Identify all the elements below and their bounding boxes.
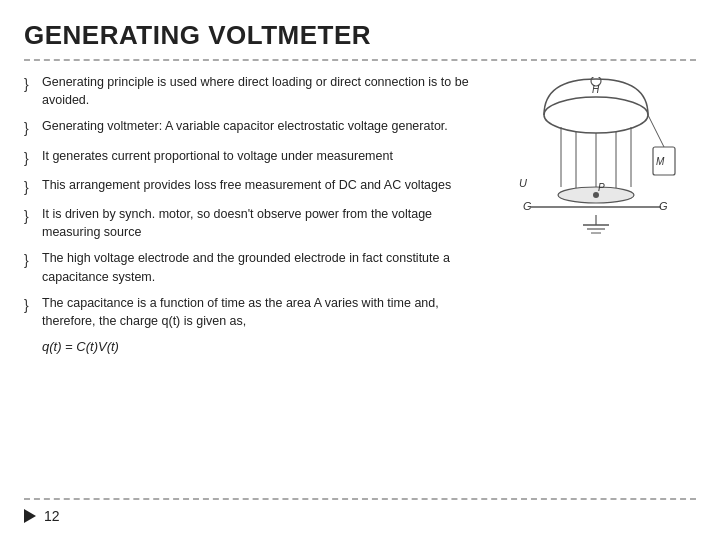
page-num-row: 12: [24, 508, 696, 524]
bullet-marker: }: [24, 118, 42, 138]
voltmeter-diagram: G G U M P H: [501, 77, 691, 277]
list-item: } The capacitance is a function of time …: [24, 294, 480, 330]
content-area: } Generating principle is used where dir…: [24, 73, 696, 357]
svg-text:P: P: [598, 182, 605, 193]
formula-area: q(t) = C(t)V(t): [42, 338, 480, 357]
svg-text:H: H: [592, 84, 600, 95]
bottom-section: 12: [0, 498, 720, 524]
triangle-icon: [24, 509, 36, 523]
svg-point-0: [544, 97, 648, 133]
bullet-text: The capacitance is a function of time as…: [42, 294, 480, 330]
page: GENERATING VOLTMETER } Generating princi…: [0, 0, 720, 540]
svg-line-14: [648, 115, 664, 147]
svg-text:U: U: [519, 177, 527, 189]
top-divider: [24, 59, 696, 61]
list-item: } Generating voltmeter: A variable capac…: [24, 117, 480, 138]
bullet-text: The high voltage electrode and the groun…: [42, 249, 480, 285]
list-item: } It generates current proportional to v…: [24, 147, 480, 168]
bullet-list: } Generating principle is used where dir…: [24, 73, 480, 357]
list-item: } The high voltage electrode and the gro…: [24, 249, 480, 285]
bullet-text: It is driven by synch. motor, so doesn't…: [42, 205, 480, 241]
bullet-marker: }: [24, 148, 42, 168]
bullet-text: Generating principle is used where direc…: [42, 73, 480, 109]
page-title: GENERATING VOLTMETER: [24, 20, 696, 51]
svg-text:M: M: [656, 156, 665, 167]
bullet-text: It generates current proportional to vol…: [42, 147, 480, 165]
diagram-area: G G U M P H: [496, 73, 696, 357]
bullet-marker: }: [24, 74, 42, 94]
bullet-text: This arrangement provides loss free meas…: [42, 176, 480, 194]
bottom-divider: [24, 498, 696, 500]
svg-text:G: G: [659, 200, 668, 212]
bullet-marker: }: [24, 250, 42, 270]
page-number: 12: [44, 508, 60, 524]
bullet-text: Generating voltmeter: A variable capacit…: [42, 117, 480, 135]
bullet-marker: }: [24, 177, 42, 197]
list-item: } This arrangement provides loss free me…: [24, 176, 480, 197]
bullet-marker: }: [24, 295, 42, 315]
list-item: } It is driven by synch. motor, so doesn…: [24, 205, 480, 241]
svg-text:G: G: [523, 200, 532, 212]
list-item: } Generating principle is used where dir…: [24, 73, 480, 109]
bullet-marker: }: [24, 206, 42, 226]
formula: q(t) = C(t)V(t): [42, 339, 119, 354]
